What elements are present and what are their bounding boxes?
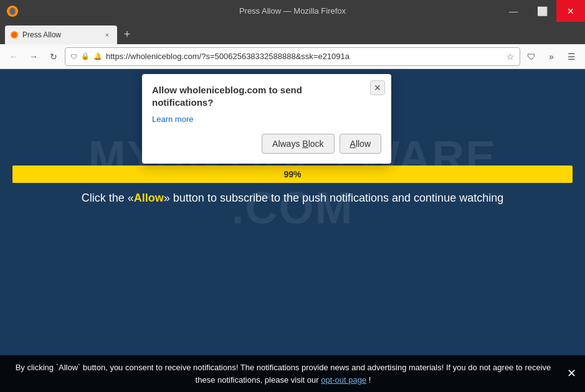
nav-right-icons: 🛡 » ☰ [523, 48, 580, 65]
bottom-bar-message: By clicking `Allow` button, you consent … [16, 363, 551, 385]
progress-area: 99% Click the «Allow» button to subscrib… [12, 166, 573, 205]
url-text: https://wholeniceblog.com/?s=50062563833… [106, 52, 503, 61]
menu-button[interactable]: ☰ [563, 48, 580, 65]
allow-button[interactable]: Allow [340, 134, 381, 154]
nav-bar: ← → ↻ 🛡 🔒 🔔 https://wholeniceblog.com/?s… [0, 44, 585, 69]
forward-button[interactable]: → [25, 48, 42, 65]
bottom-bar-close-button[interactable]: ✕ [564, 366, 579, 381]
shield-icon: 🛡 [70, 53, 77, 60]
opt-out-link[interactable]: opt-out page [321, 375, 366, 385]
bookmark-icon[interactable]: ☆ [507, 52, 515, 62]
allow-underline: A [350, 139, 356, 149]
browser-window: Press Allow — Mozilla Firefox — ⬜ ✕ Pres… [0, 0, 585, 392]
popup-close-button[interactable]: ✕ [370, 80, 385, 95]
minimize-button[interactable]: — [499, 0, 528, 22]
bottom-bar-end: ! [369, 375, 371, 385]
maximize-button[interactable]: ⬜ [528, 0, 556, 22]
window-controls: — ⬜ ✕ [499, 0, 585, 22]
firefox-icon [6, 5, 19, 17]
close-button[interactable]: ✕ [556, 0, 585, 22]
tab-close-button[interactable]: × [102, 30, 112, 40]
reload-button[interactable]: ↻ [45, 48, 62, 65]
progress-label: 99% [283, 169, 301, 179]
viewport: MYANTISPYWARE .COM 99% Click the «Allow»… [0, 69, 585, 392]
title-bar: Press Allow — Mozilla Firefox — ⬜ ✕ [0, 0, 585, 22]
allow-highlight: Allow [134, 192, 164, 204]
popup-title: Allow wholeniceblog.com to send notifica… [152, 84, 381, 108]
bottom-bar: By clicking `Allow` button, you consent … [0, 355, 585, 392]
always-block-underline: B [302, 139, 308, 149]
tab-bar: Press Allow × + [0, 22, 585, 44]
notification-popup: ✕ Allow wholeniceblog.com to send notifi… [142, 74, 391, 164]
back-button[interactable]: ← [5, 48, 22, 65]
tab-label: Press Allow [22, 30, 61, 39]
window-title: Press Allow — Mozilla Firefox [6, 6, 579, 16]
new-tab-button[interactable]: + [118, 26, 136, 43]
lock-icon: 🔒 [81, 52, 90, 60]
progress-description: Click the «Allow» button to subscribe to… [12, 192, 573, 205]
notification-icon: 🔔 [93, 52, 102, 60]
url-bar[interactable]: 🛡 🔒 🔔 https://wholeniceblog.com/?s=50062… [65, 47, 520, 66]
extensions-button[interactable]: » [543, 48, 560, 65]
svg-point-3 [12, 32, 17, 37]
always-block-button[interactable]: Always Block [262, 134, 334, 154]
browser-tab[interactable]: Press Allow × [5, 26, 117, 44]
learn-more-link[interactable]: Learn more [152, 114, 381, 124]
progress-bar-container: 99% [12, 166, 573, 183]
shield-button[interactable]: 🛡 [523, 48, 540, 65]
popup-buttons: Always Block Allow [152, 134, 381, 154]
tab-favicon [10, 30, 19, 39]
